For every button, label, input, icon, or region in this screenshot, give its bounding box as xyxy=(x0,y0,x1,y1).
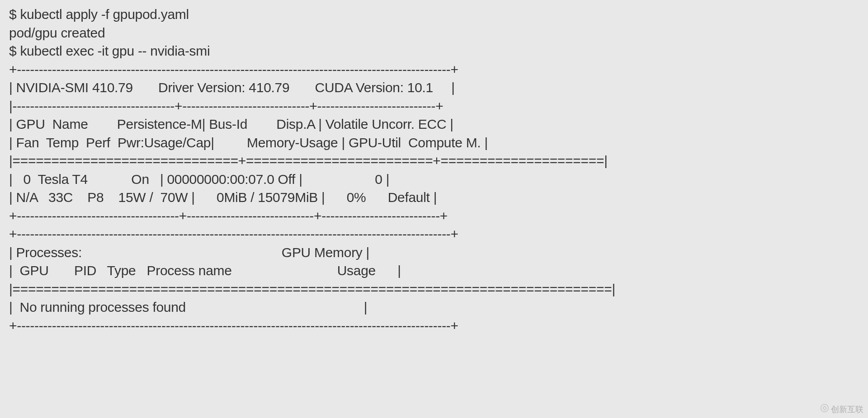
terminal-output: $ kubectl apply -f gpupod.yaml pod/gpu c… xyxy=(9,5,859,335)
smi-section-divider: |-------------------------------------+-… xyxy=(9,97,859,116)
smi-header-versions: | NVIDIA-SMI 410.79 Driver Version: 410.… xyxy=(9,79,859,97)
watermark-icon xyxy=(820,404,829,415)
watermark: 创新互联 xyxy=(820,404,863,415)
smi-header-rule: |=============================+=========… xyxy=(9,152,859,170)
smi-proc-none: | No running processes found | xyxy=(9,298,859,317)
command-line-apply: $ kubectl apply -f gpupod.yaml xyxy=(9,5,859,24)
smi-proc-rule: |=======================================… xyxy=(9,280,859,299)
smi-gpu-row-1: | 0 Tesla T4 On | 00000000:00:07.0 Off |… xyxy=(9,170,859,189)
output-pod-created: pod/gpu created xyxy=(9,24,859,42)
smi-border-bottom: +-------------------------------------+-… xyxy=(9,207,859,225)
smi-proc-header-2: | GPU PID Type Process name Usage | xyxy=(9,262,859,280)
svg-point-0 xyxy=(821,404,829,412)
smi-gpu-row-2: | N/A 33C P8 15W / 70W | 0MiB / 15079MiB… xyxy=(9,188,859,207)
smi-proc-header-1: | Processes: GPU Memory | xyxy=(9,244,859,262)
smi-proc-border-top: +---------------------------------------… xyxy=(9,225,859,244)
smi-proc-border-bottom: +---------------------------------------… xyxy=(9,317,859,335)
smi-col-headers-2: | Fan Temp Perf Pwr:Usage/Cap| Memory-Us… xyxy=(9,134,859,152)
watermark-text: 创新互联 xyxy=(831,404,863,415)
smi-col-headers-1: | GPU Name Persistence-M| Bus-Id Disp.A … xyxy=(9,115,859,134)
smi-border-top: +---------------------------------------… xyxy=(9,61,859,79)
command-line-exec: $ kubectl exec -it gpu -- nvidia-smi xyxy=(9,42,859,61)
